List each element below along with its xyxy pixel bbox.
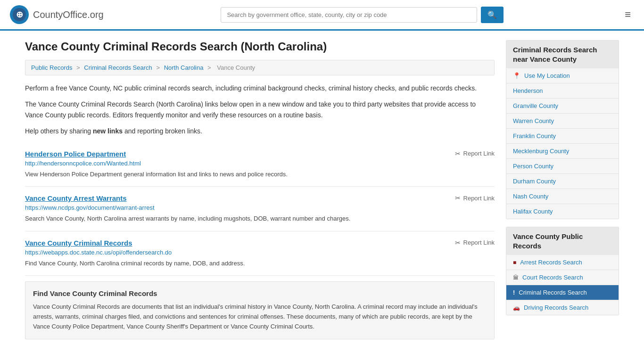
para3-prefix: Help others by sharing <box>25 127 93 135</box>
record-title[interactable]: Vance County Criminal Records <box>25 239 132 247</box>
para3-suffix: and reporting broken links. <box>123 127 202 135</box>
record-url[interactable]: https://www.ncdps.gov/document/warrant-a… <box>25 204 495 211</box>
sidebar-item-durham[interactable]: Durham County <box>506 174 619 189</box>
search-input[interactable] <box>221 7 477 23</box>
logo-main: CountyOffice <box>33 9 87 20</box>
page-title: Vance County Criminal Records Search (No… <box>25 40 495 53</box>
record-item: Henderson Police Department ✂ Report Lin… <box>25 142 495 187</box>
halifax-link[interactable]: Halifax County <box>513 208 553 215</box>
report-label: Report Link <box>463 150 495 157</box>
sidebar-nearby-section: Criminal Records Search near Vance Count… <box>506 40 619 219</box>
description-para2: The Vance County Criminal Records Search… <box>25 99 495 120</box>
nash-link[interactable]: Nash County <box>513 193 548 200</box>
court-records-link[interactable]: Court Records Search <box>522 274 583 281</box>
report-link-button[interactable]: ✂ Report Link <box>455 239 495 247</box>
report-label: Report Link <box>463 195 495 202</box>
driving-icon: 🚗 <box>513 304 520 311</box>
breadcrumb-criminal-records[interactable]: Criminal Records Search <box>84 64 152 71</box>
location-icon: 📍 <box>513 72 520 79</box>
sidebar-item-arrest-records[interactable]: ■ Arrest Records Search <box>506 255 619 270</box>
logo-text-area[interactable]: CountyOffice.org <box>33 9 104 20</box>
breadcrumb-north-carolina[interactable]: North Carolina <box>164 64 204 71</box>
new-links-link[interactable]: new links <box>93 127 123 135</box>
record-description: Find Vance County, North Carolina crimin… <box>25 259 495 268</box>
sidebar-use-location[interactable]: 📍 Use My Location <box>506 68 619 83</box>
report-icon: ✂ <box>455 150 461 157</box>
svg-text:⊕: ⊕ <box>16 10 23 19</box>
court-icon: 🏛 <box>513 274 519 281</box>
sidebar-item-henderson[interactable]: Henderson <box>506 83 619 99</box>
logo-suffix: .org <box>87 9 103 20</box>
logo-area: ⊕ CountyOffice.org <box>9 5 104 25</box>
record-url[interactable]: https://webapps.doc.state.nc.us/opi/offe… <box>25 249 495 256</box>
search-button[interactable]: 🔍 <box>481 7 504 23</box>
sidebar-item-court-records[interactable]: 🏛 Court Records Search <box>506 270 619 285</box>
sidebar-nearby-header: Criminal Records Search near Vance Count… <box>506 41 619 68</box>
record-item: Vance County Criminal Records ✂ Report L… <box>25 231 495 276</box>
breadcrumb-sep3: > <box>207 64 211 71</box>
find-section-text: Vance County Criminal Records are docume… <box>33 302 487 331</box>
durham-link[interactable]: Durham County <box>513 178 556 185</box>
records-list: Henderson Police Department ✂ Report Lin… <box>25 142 495 276</box>
sidebar-public-records-section: Vance County Public Records ■ Arrest Rec… <box>506 227 619 315</box>
record-url[interactable]: http://hendersonncpolice.com/Wanted.html <box>25 160 495 167</box>
description-para3: Help others by sharing new links and rep… <box>25 126 495 136</box>
criminal-records-label: Criminal Records Search <box>519 289 587 296</box>
record-title[interactable]: Henderson Police Department <box>25 150 126 158</box>
breadcrumb-public-records[interactable]: Public Records <box>31 64 72 71</box>
sidebar-item-franklin[interactable]: Franklin County <box>506 129 619 144</box>
record-description: View Henderson Police Department general… <box>25 170 495 179</box>
record-header: Vance County Arrest Warrants ✂ Report Li… <box>25 194 495 202</box>
person-link[interactable]: Person County <box>513 163 553 170</box>
sidebar-item-mecklenburg[interactable]: Mecklenburg County <box>506 144 619 159</box>
menu-button[interactable]: ≡ <box>621 7 635 23</box>
sidebar-item-granville[interactable]: Granville County <box>506 99 619 114</box>
warren-link[interactable]: Warren County <box>513 117 554 124</box>
record-title[interactable]: Vance County Arrest Warrants <box>25 194 127 202</box>
breadcrumb-sep1: > <box>76 64 80 71</box>
criminal-icon: ! <box>513 289 515 296</box>
henderson-link[interactable]: Henderson <box>513 87 543 94</box>
site-header: ⊕ CountyOffice.org 🔍 ≡ <box>0 0 644 31</box>
sidebar-item-driving-records[interactable]: 🚗 Driving Records Search <box>506 300 619 315</box>
record-description: Search Vance County, North Carolina arre… <box>25 214 495 223</box>
breadcrumb-sep2: > <box>156 64 160 71</box>
arrest-icon: ■ <box>513 259 516 266</box>
sidebar-item-person[interactable]: Person County <box>506 159 619 174</box>
hamburger-icon: ≡ <box>625 8 631 20</box>
record-item: Vance County Arrest Warrants ✂ Report Li… <box>25 187 495 231</box>
mecklenburg-link[interactable]: Mecklenburg County <box>513 148 569 155</box>
granville-link[interactable]: Granville County <box>513 102 558 109</box>
sidebar-item-halifax[interactable]: Halifax County <box>506 204 619 219</box>
main-container: Vance County Criminal Records Search (No… <box>16 31 628 349</box>
find-section: Find Vance County Criminal Records Vance… <box>25 281 495 339</box>
franklin-link[interactable]: Franklin County <box>513 132 556 140</box>
breadcrumb: Public Records > Criminal Records Search… <box>25 60 495 75</box>
report-icon: ✂ <box>455 194 461 202</box>
content-area: Vance County Criminal Records Search (No… <box>25 40 495 339</box>
report-icon: ✂ <box>455 239 461 247</box>
report-label: Report Link <box>463 239 495 246</box>
logo-text: CountyOffice.org <box>33 9 104 20</box>
breadcrumb-vance-county: Vance County <box>217 64 255 71</box>
sidebar-public-records-header: Vance County Public Records <box>506 227 619 255</box>
sidebar-item-nash[interactable]: Nash County <box>506 189 619 204</box>
driving-records-link[interactable]: Driving Records Search <box>524 304 588 311</box>
sidebar-item-warren[interactable]: Warren County <box>506 114 619 129</box>
sidebar: Criminal Records Search near Vance Count… <box>506 40 619 339</box>
logo-icon: ⊕ <box>9 5 29 25</box>
record-header: Henderson Police Department ✂ Report Lin… <box>25 150 495 158</box>
report-link-button[interactable]: ✂ Report Link <box>455 150 495 157</box>
search-icon: 🔍 <box>487 11 497 19</box>
arrest-records-link[interactable]: Arrest Records Search <box>520 259 582 266</box>
sidebar-item-criminal-records[interactable]: ! Criminal Records Search <box>506 285 619 300</box>
search-area: 🔍 <box>221 7 504 23</box>
description-para1: Perform a free Vance County, NC public c… <box>25 83 495 93</box>
find-section-title: Find Vance County Criminal Records <box>33 289 487 297</box>
report-link-button[interactable]: ✂ Report Link <box>455 194 495 202</box>
record-header: Vance County Criminal Records ✂ Report L… <box>25 239 495 247</box>
use-location-link[interactable]: Use My Location <box>524 72 570 79</box>
